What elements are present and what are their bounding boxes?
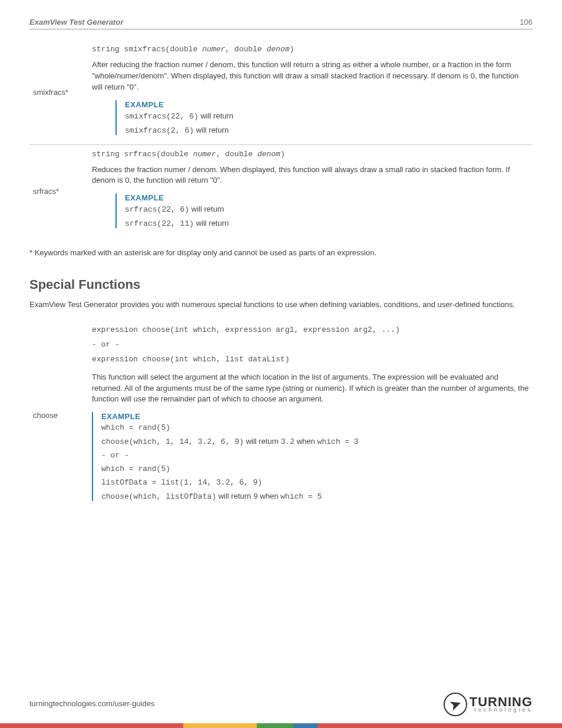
section-intro: ExamView Test Generator provides you wit… [29,299,533,310]
row-label-srfracs: srfracs* [29,144,88,238]
section-heading: Special Functions [29,277,533,292]
footer-url: turningtechnologies.com/user-guides [29,699,154,708]
desc-smixfracs: After reducing the fraction numer / deno… [92,60,529,93]
page-header: ExamView Test Generator 106 [29,18,533,29]
row-label-choose: choose [29,319,88,510]
row-content-srfracs: string srfracs(double numer, double deno… [88,144,533,238]
example-smixfracs: EXAMPLE smixfracs(22, 6) will return smi… [115,100,529,135]
desc-srfracs: Reduces the fraction numer / denom. When… [92,164,529,187]
footnote: * Keywords marked with an asterisk are f… [29,248,533,257]
header-title: ExamView Test Generator [29,18,123,27]
signature-smixfracs: string smixfracs(double numer, double de… [92,45,529,54]
page-number: 106 [520,18,533,27]
logo-icon: ➤ [444,693,467,716]
logo-main-text: TURNING [470,697,533,708]
row-content-choose: expression choose(int which, expression … [88,319,533,510]
desc-choose: This function will select the argument a… [92,372,529,406]
row-label-smixfracs: smixfracs* [29,40,88,144]
example-label: EXAMPLE [101,412,529,421]
row-content-smixfracs: string smixfracs(double numer, double de… [88,40,533,144]
signature-choose-1: expression choose(int which, expression … [92,324,529,337]
example-choose: EXAMPLE which = rand(5) choose(which, 1,… [92,412,529,501]
signature-srfracs: string srfracs(double numer, double deno… [92,150,529,159]
signature-choose-2: expression choose(int which, list dataLi… [92,354,529,366]
function-table: smixfracs* string smixfracs(double numer… [29,40,533,238]
logo-sub-text: technologies [470,708,533,713]
function-table-2: choose expression choose(int which, expr… [29,319,533,510]
example-label: EXAMPLE [125,100,529,109]
example-srfracs: EXAMPLE srfracs(22, 6) will return srfra… [115,193,529,228]
example-label: EXAMPLE [125,193,529,202]
bottom-color-bar [0,723,562,728]
logo: ➤ TURNING technologies [444,693,533,716]
signature-or: - or - [92,339,529,351]
